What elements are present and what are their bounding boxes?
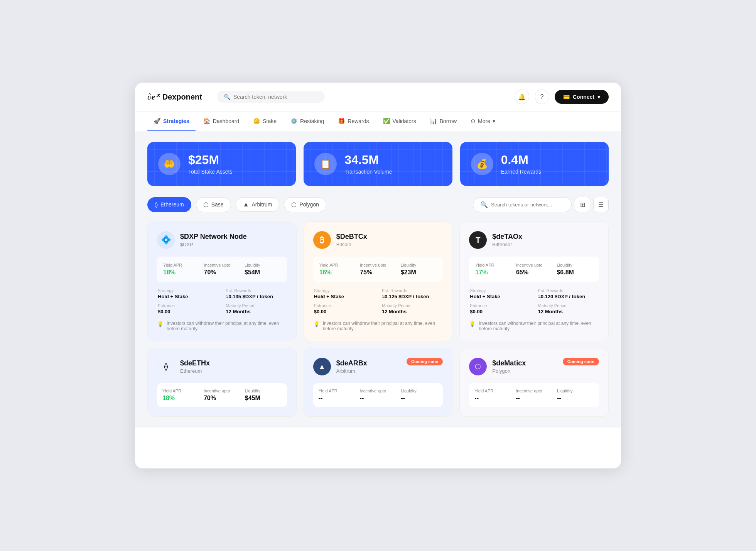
card-detaox[interactable]: Τ $deTAOx Bittensor Yield APR 17% Incent… xyxy=(459,221,609,341)
card-dematicx[interactable]: ⬡ $deMaticx Polygon Coming soon Yield AP… xyxy=(459,348,609,417)
header: ∂eˣ Dexponent 🔍 🔔 ? 💳 Connect ▾ xyxy=(135,83,621,112)
deethx-metrics: Yield APR 18% Incentive upto 70% Liquidi… xyxy=(157,383,287,407)
card-header-detaox: Τ $deTAOx Bittensor xyxy=(469,231,599,249)
logo-text: Dexponent xyxy=(162,93,202,101)
debtcx-title: $DeBTCx xyxy=(336,233,367,241)
dearbx-liquidity: Liquidity -- xyxy=(401,389,437,402)
detaox-strategy: Strategy Hold + Stake xyxy=(470,288,530,299)
deethx-title: $deETHx xyxy=(180,359,210,367)
main-content: 🤲 $25M Total Stake Assets 📋 34.5M Transa… xyxy=(135,131,621,428)
debtcx-est-rewards: Est. Rewards ≈0.125 $DXP / token xyxy=(382,288,442,299)
dearbx-title: $deARBx xyxy=(336,359,367,367)
dematicx-yield-apr: Yield APR -- xyxy=(474,389,511,402)
nav-item-rewards[interactable]: 🎁 Rewards xyxy=(332,112,375,131)
help-button[interactable]: ? xyxy=(535,90,549,104)
stat-icon-total-stake: 🤲 xyxy=(158,153,181,175)
card-debtcx[interactable]: ₿ $DeBTCx Bitcoin Yield APR 16% Incentiv… xyxy=(304,221,453,341)
chevron-down-icon: ▾ xyxy=(493,118,495,124)
nav-item-strategies[interactable]: 🚀 Strategies xyxy=(147,112,196,131)
stat-label-earned-rewards: Earned Rewards xyxy=(501,169,541,175)
list-view-button[interactable]: ☰ xyxy=(593,197,609,212)
stat-card-earned-rewards: 💰 0.4M Earned Rewards xyxy=(460,142,609,186)
deethx-yield-apr: Yield APR 18% xyxy=(162,389,199,402)
stat-icon-transaction-volume: 📋 xyxy=(314,153,337,175)
token-search-input[interactable] xyxy=(491,202,564,208)
stat-card-total-stake: 🤲 $25M Total Stake Assets xyxy=(147,142,296,186)
nav-item-borrow[interactable]: 📊 Borrow xyxy=(424,112,463,131)
arbitrum-icon: ▲ xyxy=(243,201,249,208)
debtcx-entrance: Entrance $0.00 xyxy=(314,303,374,314)
dematicx-title: $deMaticx xyxy=(492,359,526,367)
filter-base[interactable]: ⬡ Base xyxy=(196,197,231,212)
dxp-entrance: Entrance $0.00 xyxy=(158,303,218,314)
dxp-yield-apr: Yield APR 18% xyxy=(163,263,199,276)
dearbx-yield-apr: Yield APR -- xyxy=(319,389,355,402)
detaox-metrics: Yield APR 17% Incentive upto 65% Liquidi… xyxy=(469,257,599,282)
nav-item-more[interactable]: ⊙ More ▾ xyxy=(464,112,501,131)
deethx-incentive: Incentive upto 70% xyxy=(204,389,240,402)
dashboard-icon: 🏠 xyxy=(203,118,211,125)
base-icon: ⬡ xyxy=(203,201,209,208)
debtcx-note: 💡 Investors can withdraw their principal… xyxy=(313,321,443,331)
card-deethx[interactable]: ⟠ $deETHx Ethereum Yield APR 18% Incenti… xyxy=(147,348,297,417)
more-icon: ⊙ xyxy=(471,118,476,125)
nav-item-restaking[interactable]: ⚙️ Restaking xyxy=(284,112,330,131)
filter-polygon[interactable]: ⬡ Polygon xyxy=(284,197,326,212)
notification-button[interactable]: 🔔 xyxy=(515,90,529,104)
header-right: 🔔 ? 💳 Connect ▾ xyxy=(515,90,609,104)
debtcx-subtitle: Bitcoin xyxy=(336,242,367,247)
nav-item-stake[interactable]: 🪙 Stake xyxy=(247,112,283,131)
matic-icon: ⬡ xyxy=(469,358,487,375)
card-header-dxp: 💠 $DXP Network Node $DXP xyxy=(157,231,287,249)
detaox-note: 💡 Investors can withdraw their principal… xyxy=(469,321,599,331)
card-header-deethx: ⟠ $deETHx Ethereum xyxy=(157,358,287,375)
card-header-debtcx: ₿ $DeBTCx Bitcoin xyxy=(313,231,443,249)
bulb-icon: 💡 xyxy=(469,321,476,327)
detaox-details: Strategy Hold + Stake Est. Rewards ≈0.12… xyxy=(469,288,599,314)
card-header-dearbx: ▲ $deARBx Arbitrum Coming soon xyxy=(313,358,443,375)
card-dearbx[interactable]: ▲ $deARBx Arbitrum Coming soon Yield APR… xyxy=(304,348,453,417)
coming-soon-badge-dearbx: Coming soon xyxy=(407,358,443,365)
detaox-title: $deTAOx xyxy=(492,233,522,241)
detaox-incentive: Incentive upto 65% xyxy=(516,263,552,276)
dxp-note: 💡 Investors can withdraw their principal… xyxy=(157,321,287,331)
detaox-yield-apr: Yield APR 17% xyxy=(475,263,511,276)
dematicx-subtitle: Polygon xyxy=(492,368,526,374)
dxp-incentive: Incentive upto 70% xyxy=(204,263,240,276)
dxp-title: $DXP Network Node xyxy=(180,233,247,241)
filter-ethereum[interactable]: ⟠ Ethereum xyxy=(147,197,191,212)
dxp-metrics: Yield APR 18% Incentive upto 70% Liquidi… xyxy=(157,257,287,282)
nav-item-validators[interactable]: ✅ Validators xyxy=(377,112,422,131)
global-search-input[interactable] xyxy=(233,94,318,100)
nav-item-dashboard[interactable]: 🏠 Dashboard xyxy=(197,112,246,131)
stats-row: 🤲 $25M Total Stake Assets 📋 34.5M Transa… xyxy=(147,142,609,186)
help-icon: ? xyxy=(540,93,544,100)
dxp-icon: 💠 xyxy=(157,231,175,249)
filter-arbitrum[interactable]: ▲ Arbitrum xyxy=(236,197,280,212)
borrow-icon: 📊 xyxy=(430,118,437,125)
search-icon: 🔍 xyxy=(480,201,488,208)
stat-value-total-stake: $25M xyxy=(188,153,232,167)
deethx-subtitle: Ethereum xyxy=(180,368,210,374)
dxp-maturity: Maturity Period 12 Months xyxy=(226,303,286,314)
stat-info-transaction-volume: 34.5M Transaction Volume xyxy=(344,153,392,174)
eth-icon: ⟠ xyxy=(157,358,175,375)
debtcx-yield-apr: Yield APR 16% xyxy=(319,263,356,276)
debtcx-details: Strategy Hold + Stake Est. Rewards ≈0.12… xyxy=(313,288,443,314)
grid-view-button[interactable]: ⊞ xyxy=(575,197,590,212)
filter-row: ⟠ Ethereum ⬡ Base ▲ Arbitrum ⬡ Polygon 🔍 xyxy=(147,197,609,212)
dearbx-incentive: Incentive upto -- xyxy=(360,389,397,402)
grid-icon: ⊞ xyxy=(580,201,585,208)
stat-icon-earned-rewards: 💰 xyxy=(471,153,493,175)
global-search-bar[interactable]: 🔍 xyxy=(217,91,325,103)
restaking-icon: ⚙️ xyxy=(290,118,298,125)
dematicx-liquidity: Liquidity -- xyxy=(557,389,594,402)
card-dxp[interactable]: 💠 $DXP Network Node $DXP Yield APR 18% I… xyxy=(147,221,297,341)
connect-button[interactable]: 💳 Connect ▾ xyxy=(555,90,609,104)
detaox-maturity: Maturity Period 12 Months xyxy=(538,303,598,314)
btc-icon: ₿ xyxy=(313,231,331,249)
dematicx-metrics: Yield APR -- Incentive upto -- Liquidity… xyxy=(469,383,599,407)
arb-icon: ▲ xyxy=(313,358,331,375)
card-header-dematicx: ⬡ $deMaticx Polygon Coming soon xyxy=(469,358,599,375)
token-search-bar[interactable]: 🔍 xyxy=(473,197,572,212)
